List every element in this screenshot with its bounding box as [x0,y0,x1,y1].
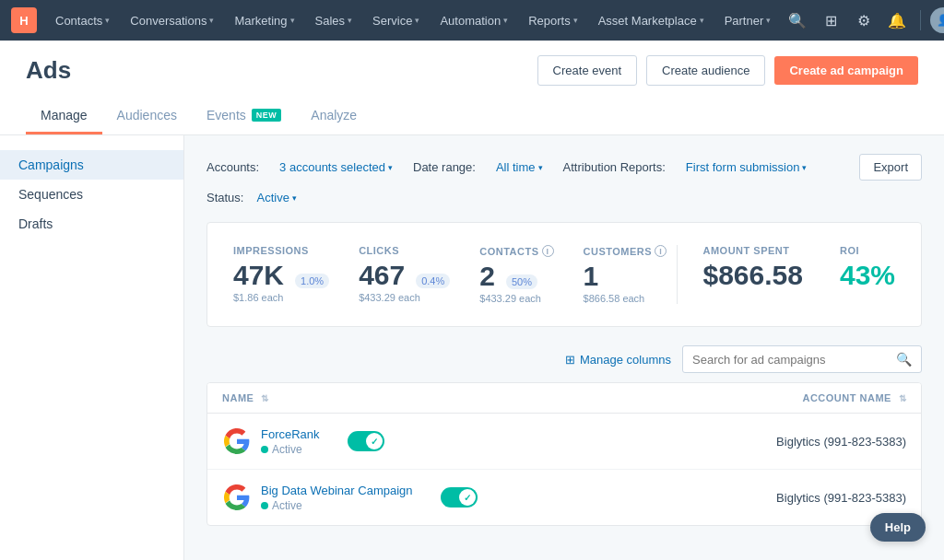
status-dot [261,446,268,453]
chevron-down-icon: ▾ [700,16,704,25]
customers-info-icon[interactable]: i [655,245,667,257]
amount-spent-value: $866.58 [703,260,803,290]
help-button[interactable]: Help [870,513,926,542]
stat-roi: ROI 43% [840,245,895,291]
sidebar-item-campaigns[interactable]: Campaigns [0,150,183,180]
status-dot [261,502,268,509]
campaign-toggle[interactable]: ✓ [348,431,384,451]
new-badge: NEW [252,109,282,122]
status-row: Status: Active ▾ [206,188,922,207]
roi-value: 43% [840,260,895,291]
stat-clicks: CLICKS 467 0.4% $433.29 each [359,245,450,303]
clicks-sub: $433.29 each [359,292,420,303]
col-account-name: ACCOUNT NAME ⇅ [665,383,921,414]
contacts-sub: $433.29 each [479,293,541,304]
status-dropdown[interactable]: Active ▾ [251,188,301,207]
avatar[interactable]: 👤 [930,7,944,33]
nav-service[interactable]: Service ▾ [363,10,429,31]
sort-icon[interactable]: ⇅ [261,393,269,403]
stat-contacts: CONTACTS i 2 50% $433.29 each [479,245,553,304]
stats-card: IMPRESSIONS 47K 1.0% $1.86 each CLICKS 4… [206,222,922,327]
page-header: Ads Create event Create audience Create … [0,41,944,135]
col-name: NAME ⇅ [207,383,665,414]
search-icon: 🔍 [896,352,912,367]
page-title: Ads [26,56,71,85]
account-cell: Biglytics (991-823-5383) [665,414,921,470]
account-name: Biglytics (991-823-5383) [776,491,906,505]
tab-manage[interactable]: Manage [26,99,102,134]
nav-divider [920,10,921,30]
nav-contacts[interactable]: Contacts ▾ [46,10,119,31]
table-header-row: NAME ⇅ ACCOUNT NAME ⇅ [207,383,921,414]
stat-customers: CUSTOMERS i 1 $866.58 each [584,245,667,304]
nav-conversations[interactable]: Conversations ▾ [121,10,223,31]
topnav-utility-icons: 🔍 ⊞ ⚙ 🔔 👤 ▾ [784,6,944,34]
stat-amount-spent: AMOUNT SPENT $866.58 [703,245,803,290]
stats-right: AMOUNT SPENT $866.58 ROI 43% [677,245,896,304]
chevron-down-icon: ▾ [766,16,771,25]
chevron-down-icon: ▾ [802,163,807,172]
search-box: 🔍 [682,345,922,373]
tab-audiences[interactable]: Audiences [102,99,192,134]
sidebar: Campaigns Sequences Drafts [0,135,184,560]
contacts-info-icon[interactable]: i [542,245,554,257]
nav-asset-marketplace[interactable]: Asset Marketplace ▾ [589,10,714,31]
attribution-label: Attribution Reports: [563,160,666,174]
tabs: Manage Audiences Events NEW Analyze [26,99,918,134]
impressions-badge: 1.0% [295,274,329,288]
campaign-status: Active [261,499,413,512]
date-label: Date range: [413,160,476,174]
attribution-dropdown[interactable]: First form submission ▾ [680,158,813,177]
chevron-down-icon: ▾ [388,163,393,172]
stat-impressions: IMPRESSIONS 47K 1.0% $1.86 each [233,245,329,303]
nav-automation[interactable]: Automation ▾ [431,10,517,31]
clicks-value: 467 [359,260,405,290]
table-toolbar: ⊞ Manage columns 🔍 [206,345,922,373]
manage-columns-button[interactable]: ⊞ Manage columns [565,353,671,367]
tab-events[interactable]: Events NEW [192,99,296,134]
top-navigation: H Contacts ▾ Conversations ▾ Marketing ▾… [0,0,944,41]
campaign-name[interactable]: ForceRank [261,427,320,441]
create-campaign-button[interactable]: Create ad campaign [774,56,918,85]
status-label: Status: [206,191,243,204]
toggle-check-icon: ✓ [459,489,476,506]
customers-value: 1 [584,261,599,291]
notifications-icon[interactable]: 🔔 [883,6,911,34]
nav-reports[interactable]: Reports ▾ [519,10,587,31]
campaign-status: Active [261,443,320,456]
contacts-label: CONTACTS i [479,245,553,257]
campaign-logo [222,483,252,512]
search-input[interactable] [692,353,891,367]
accounts-dropdown[interactable]: 3 accounts selected ▾ [274,158,398,177]
impressions-value: 47K [233,260,284,290]
grid-icon[interactable]: ⊞ [817,6,844,34]
export-button[interactable]: Export [859,154,922,181]
sort-icon[interactable]: ⇅ [899,393,907,403]
search-icon[interactable]: 🔍 [784,6,811,34]
nav-sales[interactable]: Sales ▾ [306,10,362,31]
chevron-down-icon: ▾ [348,16,352,25]
settings-icon[interactable]: ⚙ [850,6,878,34]
nav-partner[interactable]: Partner ▾ [715,10,781,31]
sidebar-item-sequences[interactable]: Sequences [0,180,183,209]
sidebar-item-drafts[interactable]: Drafts [0,209,183,239]
campaign-name[interactable]: Big Data Webinar Campaign [261,484,413,497]
create-audience-button[interactable]: Create audience [646,55,765,86]
date-dropdown[interactable]: All time ▾ [490,158,549,177]
tab-analyze[interactable]: Analyze [296,99,372,134]
campaigns-table: NAME ⇅ ACCOUNT NAME ⇅ [206,382,922,526]
filters-row: Accounts: 3 accounts selected ▾ Date ran… [206,154,922,181]
columns-icon: ⊞ [565,353,575,367]
contacts-value: 2 [479,261,495,291]
main-content: Accounts: 3 accounts selected ▾ Date ran… [184,135,944,560]
create-event-button[interactable]: Create event [537,55,637,86]
chevron-down-icon: ▾ [105,16,110,25]
clicks-label: CLICKS [359,245,399,256]
campaign-toggle[interactable]: ✓ [441,487,478,508]
hubspot-logo[interactable]: H [11,7,37,33]
nav-marketing[interactable]: Marketing ▾ [225,10,303,31]
accounts-label: Accounts: [206,160,259,174]
table-row: Big Data Webinar Campaign Active [207,470,921,526]
roi-label: ROI [840,245,859,256]
chevron-down-icon: ▾ [573,16,578,25]
